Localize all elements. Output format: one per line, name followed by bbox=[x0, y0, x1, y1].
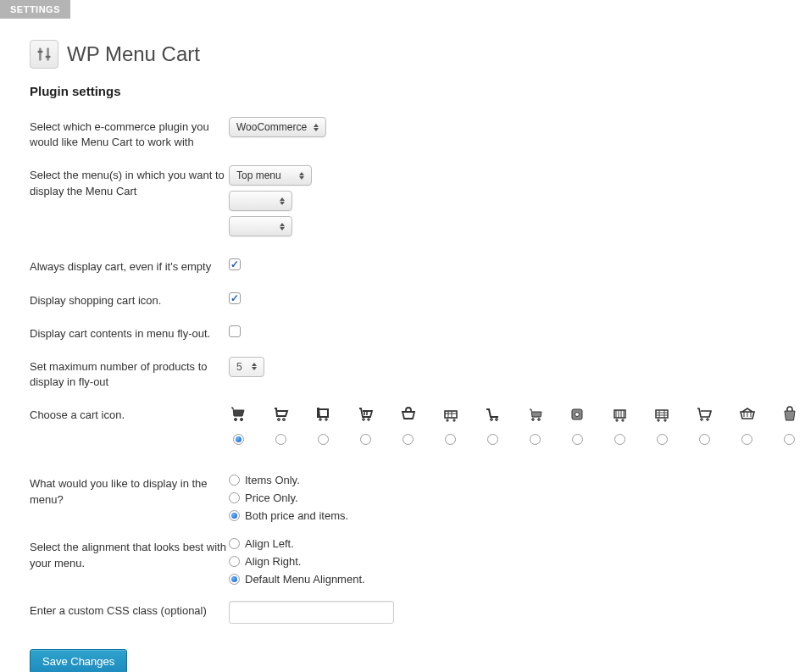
alignment-label: Align Right. bbox=[245, 555, 301, 568]
cart-icon-radio[interactable] bbox=[741, 434, 752, 445]
tab-bar: SETTINGS bbox=[0, 0, 805, 19]
cart-icon bbox=[229, 405, 247, 422]
row-display-what: What would you like to display in the me… bbox=[30, 474, 780, 522]
page-title: WP Menu Cart bbox=[67, 42, 200, 66]
cart-icon-option-8[interactable] bbox=[568, 405, 586, 445]
cart-icon-radio[interactable] bbox=[530, 434, 541, 445]
alignment-option-0[interactable]: Align Left. bbox=[229, 537, 780, 550]
cart-icon-option-11[interactable] bbox=[695, 405, 713, 445]
checkbox-flyout[interactable] bbox=[229, 325, 241, 337]
svg-point-11 bbox=[363, 419, 365, 421]
display-what-radio[interactable] bbox=[229, 475, 240, 486]
cart-icon-radio[interactable] bbox=[784, 434, 795, 445]
display-what-option-1[interactable]: Price Only. bbox=[229, 492, 780, 504]
cart-icon-radio[interactable] bbox=[657, 434, 668, 445]
cart-icon-option-2[interactable] bbox=[314, 405, 332, 445]
row-choose-icon: Choose a cart icon. bbox=[30, 405, 780, 445]
cart-icon-option-5[interactable] bbox=[441, 405, 459, 445]
tab-settings[interactable]: SETTINGS bbox=[0, 0, 70, 19]
icon-grid bbox=[229, 405, 798, 445]
cart-icon-radio[interactable] bbox=[487, 434, 498, 445]
svg-point-24 bbox=[622, 419, 624, 421]
svg-point-4 bbox=[235, 419, 237, 421]
alignment-radio[interactable] bbox=[229, 574, 240, 585]
cart-icon bbox=[525, 405, 544, 422]
svg-point-19 bbox=[538, 419, 541, 421]
menu-select-1[interactable]: Top menu bbox=[229, 165, 312, 186]
svg-point-18 bbox=[532, 419, 535, 421]
alignment-radios: Align Left.Align Right.Default Menu Alig… bbox=[229, 537, 780, 586]
cart-icon-radio[interactable] bbox=[572, 434, 583, 445]
stepper-icon bbox=[252, 362, 258, 372]
cart-icon-option-7[interactable] bbox=[525, 405, 544, 445]
cart-icon-radio[interactable] bbox=[360, 434, 371, 445]
display-what-label: Price Only. bbox=[245, 492, 298, 504]
cart-icon-option-4[interactable] bbox=[398, 405, 417, 445]
alignment-label: Align Left. bbox=[245, 537, 294, 550]
cart-icon-option-6[interactable] bbox=[483, 405, 502, 445]
svg-rect-3 bbox=[46, 56, 51, 58]
svg-point-6 bbox=[278, 419, 280, 421]
svg-point-23 bbox=[616, 419, 618, 421]
cart-icon bbox=[568, 405, 586, 422]
display-what-radio[interactable] bbox=[229, 510, 240, 521]
menu-select-2[interactable] bbox=[229, 191, 292, 211]
display-what-label: Items Only. bbox=[245, 474, 300, 486]
svg-rect-1 bbox=[38, 51, 43, 53]
display-what-label: Both price and items. bbox=[245, 509, 348, 522]
alignment-option-1[interactable]: Align Right. bbox=[229, 555, 780, 568]
section-title: Plugin settings bbox=[30, 84, 780, 98]
alignment-radio[interactable] bbox=[229, 556, 240, 567]
cart-icon bbox=[695, 405, 713, 422]
cart-icon-radio[interactable] bbox=[402, 434, 414, 445]
display-what-option-0[interactable]: Items Only. bbox=[229, 474, 780, 486]
alignment-option-2[interactable]: Default Menu Alignment. bbox=[229, 573, 780, 586]
max-products-input[interactable]: 5 bbox=[229, 357, 264, 377]
menu-select-3[interactable] bbox=[229, 216, 292, 236]
svg-rect-0 bbox=[39, 48, 42, 61]
label-menu-select: Select the menu(s) in which you want to … bbox=[30, 165, 229, 198]
cart-icon-radio[interactable] bbox=[699, 434, 710, 445]
alignment-radio[interactable] bbox=[229, 538, 240, 549]
plugin-select[interactable]: WooCommerce bbox=[229, 117, 326, 137]
cart-icon-radio[interactable] bbox=[318, 434, 329, 445]
svg-point-29 bbox=[707, 419, 709, 421]
cart-icon bbox=[652, 405, 671, 422]
svg-point-12 bbox=[368, 419, 370, 421]
cart-icon bbox=[610, 405, 629, 422]
svg-point-15 bbox=[453, 419, 455, 421]
checkbox-display-icon[interactable] bbox=[229, 292, 241, 304]
cart-icon-option-10[interactable] bbox=[652, 405, 671, 445]
row-display-icon: Display shopping cart icon. bbox=[30, 291, 780, 308]
save-button[interactable]: Save Changes bbox=[30, 649, 127, 672]
checkbox-always-display[interactable] bbox=[229, 258, 241, 270]
cart-icon-option-0[interactable] bbox=[229, 405, 247, 445]
cart-icon-radio[interactable] bbox=[233, 434, 244, 445]
settings-content: WP Menu Cart Plugin settings Select whic… bbox=[0, 19, 805, 672]
row-max-products: Set maximum number of products to displa… bbox=[30, 357, 780, 390]
max-products-value: 5 bbox=[236, 361, 242, 373]
cart-icon-option-1[interactable] bbox=[271, 405, 290, 445]
label-flyout: Display cart contents in menu fly-out. bbox=[30, 324, 229, 342]
cart-icon-radio[interactable] bbox=[614, 434, 625, 445]
cart-icon bbox=[780, 405, 798, 422]
cart-icon-radio[interactable] bbox=[445, 434, 456, 445]
display-what-radio[interactable] bbox=[229, 492, 240, 503]
cart-icon-option-13[interactable] bbox=[780, 405, 798, 445]
cart-icon-option-12[interactable] bbox=[737, 405, 756, 445]
svg-point-9 bbox=[319, 419, 322, 421]
css-class-input[interactable] bbox=[229, 601, 394, 624]
chevrons-icon bbox=[280, 221, 286, 231]
svg-point-28 bbox=[701, 419, 703, 421]
svg-rect-2 bbox=[47, 48, 49, 61]
label-choose-icon: Choose a cart icon. bbox=[30, 405, 229, 423]
cart-icon bbox=[737, 405, 756, 422]
plugin-icon bbox=[30, 40, 58, 69]
chevrons-icon bbox=[299, 170, 306, 180]
cart-icon-option-3[interactable] bbox=[356, 405, 375, 445]
cart-icon-option-9[interactable] bbox=[610, 405, 629, 445]
display-what-option-2[interactable]: Both price and items. bbox=[229, 509, 780, 522]
cart-icon-radio[interactable] bbox=[275, 434, 286, 445]
cart-icon bbox=[441, 405, 459, 422]
alignment-label: Default Menu Alignment. bbox=[245, 573, 365, 586]
